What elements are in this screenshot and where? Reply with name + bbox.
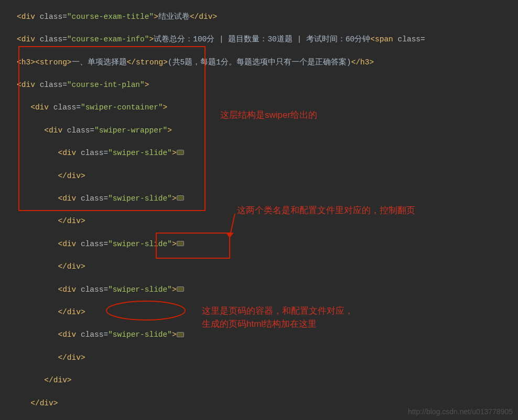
attr-val: swiper-slide: [113, 330, 167, 339]
text: (共5题，每题1分。每题选项中只有一个是正确答案): [168, 58, 351, 67]
attr-val: swiper-slide: [113, 240, 167, 248]
attr-val: swiper-container: [85, 103, 158, 112]
attr-val: course-int-plan: [72, 81, 141, 89]
attr-val: swiper-slide: [113, 194, 167, 203]
fold-icon[interactable]: [177, 286, 184, 292]
fold-icon[interactable]: [177, 332, 184, 337]
annotation-3: 这里是页码的容器，和配置文件对应，生成的页码html结构加在这里: [202, 305, 353, 330]
fold-icon[interactable]: [177, 150, 184, 155]
text: 试卷总分：100分 | 题目数量：30道题 | 考试时间：60分钟: [154, 35, 370, 43]
attr-val: swiper-slide: [113, 149, 167, 157]
attr: class=: [398, 35, 425, 43]
annotation-2: 这两个类名是和配置文件里对应的，控制翻页: [237, 204, 415, 217]
watermark: http://blog.csdn.net/u013778905: [408, 406, 513, 418]
attr-val: course-exam-title: [72, 13, 149, 21]
text: 一、单项选择题: [72, 58, 127, 67]
fold-icon[interactable]: [177, 241, 184, 246]
fold-icon[interactable]: [177, 195, 184, 201]
attr-val: swiper-slide: [113, 285, 167, 294]
attr-val: swiper-wrapper: [99, 126, 163, 135]
annotation-1: 这层结构是swiper给出的: [220, 109, 317, 122]
attr-val: course-exam-info: [72, 35, 145, 43]
text: 结业试卷: [158, 13, 190, 21]
